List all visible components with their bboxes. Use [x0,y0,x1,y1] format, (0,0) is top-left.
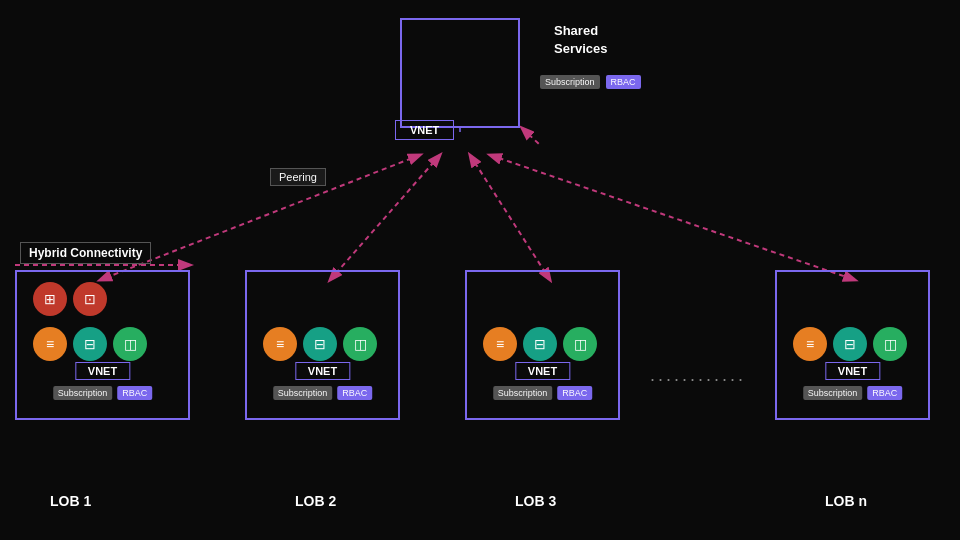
lobn-bottom-icons: ≡ ⊟ ◫ [785,327,915,361]
lob1-rbac-badge: RBAC [117,386,152,400]
lob1-box: ⊞ ⊡ ≡ ⊟ ◫ VNET Subscription RBAC [15,270,190,420]
hybrid-connectivity-label: Hybrid Connectivity [20,242,151,264]
lob1-icon-orange: ≡ [33,327,67,361]
lob3-badge-row: Subscription RBAC [493,386,593,400]
lob3-bottom-icons: ≡ ⊟ ◫ [475,327,605,361]
diagram: Shared Services Subscription RBAC VNET P… [0,0,960,540]
lob3-vnet: VNET [515,362,570,380]
lobn-icon-orange: ≡ [793,327,827,361]
dots-separator: ............ [650,365,746,386]
lob1-bottom-icons: ≡ ⊟ ◫ [25,327,155,361]
shared-services-badges: Subscription RBAC [540,75,641,89]
lobn-badge-row: Subscription RBAC [803,386,903,400]
lobn-box: ≡ ⊟ ◫ VNET Subscription RBAC [775,270,930,420]
lob1-subscription-badge: Subscription [53,386,113,400]
lob3-box: ≡ ⊟ ◫ VNET Subscription RBAC [465,270,620,420]
lob2-badge-row: Subscription RBAC [273,386,373,400]
lob2-rbac-badge: RBAC [337,386,372,400]
shared-services-subscription-badge: Subscription [540,75,600,89]
peering-label: Peering [270,168,326,186]
lob3-rbac-badge: RBAC [557,386,592,400]
lobn-vnet: VNET [825,362,880,380]
lob3-subscription-badge: Subscription [493,386,553,400]
lob2-vnet: VNET [295,362,350,380]
lob1-icon-red-2: ⊡ [73,282,107,316]
lob1-icon-red-1: ⊞ [33,282,67,316]
lob1-badge-row: Subscription RBAC [53,386,153,400]
lobn-icon-teal: ⊟ [833,327,867,361]
lob2-box: ≡ ⊟ ◫ VNET Subscription RBAC [245,270,400,420]
hub-vnet-label: VNET [395,120,454,140]
svg-line-6 [490,155,855,280]
lob2-icon-orange: ≡ [263,327,297,361]
lob3-icon-teal: ⊟ [523,327,557,361]
lob1-vnet: VNET [75,362,130,380]
lob1-icon-green: ◫ [113,327,147,361]
lobn-subscription-badge: Subscription [803,386,863,400]
lob1-icon-teal: ⊟ [73,327,107,361]
shared-services-rbac-badge: RBAC [606,75,641,89]
lob1-name: LOB 1 [50,493,91,509]
lobn-name: LOB n [825,493,867,509]
lob3-icon-orange: ≡ [483,327,517,361]
lob2-icon-green: ◫ [343,327,377,361]
lob1-top-icons: ⊞ ⊡ [25,282,115,316]
lob2-bottom-icons: ≡ ⊟ ◫ [255,327,385,361]
lob2-icon-teal: ⊟ [303,327,337,361]
shared-services-box [400,18,520,128]
lob2-name: LOB 2 [295,493,336,509]
svg-line-4 [330,155,440,280]
svg-line-8 [522,128,540,145]
svg-line-5 [470,155,550,280]
lobn-rbac-badge: RBAC [867,386,902,400]
lobn-icon-green: ◫ [873,327,907,361]
lob2-subscription-badge: Subscription [273,386,333,400]
lob3-name: LOB 3 [515,493,556,509]
lob3-icon-green: ◫ [563,327,597,361]
shared-services-label: Shared Services [554,22,608,58]
